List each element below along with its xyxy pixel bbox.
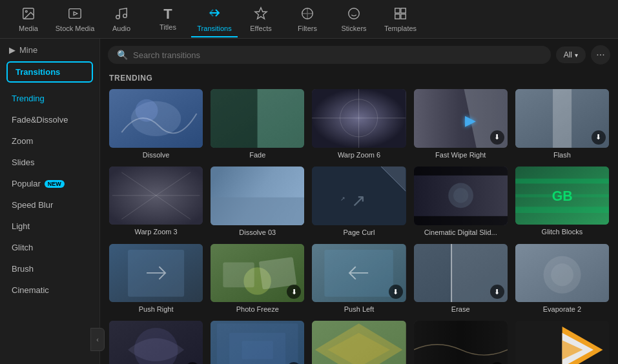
nav-item-effects[interactable]: Effects — [238, 1, 284, 37]
item-label: Dissolve — [109, 151, 203, 159]
thumb-pagecurl: ↗ ↗ — [312, 167, 406, 225]
more-options-button[interactable]: ··· — [591, 45, 610, 65]
item-label: Cinematic Digital Slid... — [414, 228, 508, 236]
chevron-down-icon: ▾ — [575, 52, 578, 59]
list-item[interactable]: ⬇ ▶ Fast Wipe Right — [414, 89, 508, 159]
list-item[interactable]: Dissolve 03 — [211, 167, 304, 236]
list-item[interactable]: ⬇ Fade Single Track — [414, 321, 508, 364]
download-button[interactable]: ⬇ — [592, 130, 606, 145]
sidebar-item-label: Popular — [12, 179, 41, 188]
thumb-erase: ⬇ — [414, 244, 508, 303]
transitions-grid: Dissolve Fade — [109, 89, 609, 364]
thumb-photofreeze: ⬇ — [211, 244, 304, 303]
sidebar-item-label: Fade&Dissolve — [12, 115, 68, 125]
stock-icon — [68, 6, 82, 23]
media-icon — [21, 6, 36, 23]
nav-label-audio: Audio — [112, 25, 130, 32]
titles-icon: T — [163, 7, 172, 21]
thumb-boxturn — [312, 321, 406, 364]
sidebar-collapse-button[interactable]: ‹ — [90, 328, 105, 351]
svg-point-1 — [25, 10, 27, 12]
svg-rect-38 — [414, 216, 508, 225]
list-item[interactable]: ⬇ Flash — [515, 89, 609, 159]
sidebar-item-trending[interactable]: Trending — [0, 88, 99, 109]
item-label: Push Right — [109, 305, 203, 313]
list-item[interactable]: Warp Zoom 3 — [109, 167, 203, 236]
chevron-right-icon: ▶ — [9, 45, 15, 55]
svg-point-59 — [551, 263, 573, 286]
svg-rect-13 — [401, 14, 406, 18]
nav-item-transitions[interactable]: Transitions — [191, 1, 238, 37]
list-item[interactable]: Push Right — [109, 244, 203, 314]
sidebar-item-label: Trending — [12, 94, 45, 103]
list-item[interactable]: ⬇ Fast Zoom — [211, 321, 304, 364]
list-item[interactable]: Cinematic Digital Slid... — [414, 167, 508, 236]
thumb-evaporate — [515, 244, 609, 303]
list-item[interactable]: Evaporate 2 — [515, 244, 609, 314]
download-button[interactable]: ⬇ — [490, 130, 504, 145]
item-label: Evaporate 2 — [515, 305, 609, 313]
svg-rect-11 — [395, 8, 400, 12]
new-badge: NEW — [45, 180, 65, 188]
nav-item-audio[interactable]: Audio — [98, 1, 145, 37]
sidebar-item-fade-dissolve[interactable]: Fade&Dissolve — [0, 109, 99, 130]
nav-item-stock[interactable]: Stock Media — [52, 1, 98, 37]
list-item[interactable]: Fade — [211, 89, 304, 159]
svg-rect-50 — [223, 262, 254, 287]
thumb-linear14 — [515, 321, 609, 364]
list-item[interactable]: ↗ ↗ Page Curl — [312, 167, 406, 236]
thumb-fastzoom: ⬇ — [211, 321, 304, 364]
body-area: ▶ Mine Transitions Trending Fade&Dissolv… — [0, 39, 618, 364]
item-label: Page Curl — [312, 228, 406, 236]
list-item[interactable]: ⬇ Push Left — [312, 244, 406, 314]
sidebar-item-label: Slides — [12, 157, 34, 167]
sidebar-item-zoom[interactable]: Zoom — [0, 130, 99, 152]
list-item[interactable]: ⬇ Erase — [414, 244, 508, 314]
sidebar-item-cinematic[interactable]: Cinematic — [0, 279, 99, 301]
sidebar-item-label: Glitch — [12, 243, 33, 252]
main-content: 🔍 All ▾ ··· TRENDING — [100, 39, 618, 364]
item-label: Fade — [211, 151, 304, 159]
list-item[interactable]: Box Turn 1 — [312, 321, 406, 364]
list-item[interactable]: Dissolve — [109, 89, 203, 159]
sidebar-item-light[interactable]: Light — [0, 216, 99, 237]
list-item[interactable]: ⬇ Blur Dissolve 1 — [109, 321, 203, 364]
nav-item-media[interactable]: Media — [5, 1, 52, 37]
audio-icon — [114, 6, 129, 23]
svg-rect-31 — [211, 197, 304, 225]
nav-label-titles: Titles — [160, 23, 176, 31]
transitions-category-button[interactable]: Transitions — [6, 61, 93, 83]
svg-rect-20 — [258, 89, 305, 148]
download-button[interactable]: ⬇ — [389, 285, 403, 299]
sidebar-item-glitch[interactable]: Glitch — [0, 237, 99, 258]
search-input[interactable] — [133, 50, 542, 60]
list-item[interactable]: ⬇ Photo Freeze — [211, 244, 304, 314]
sidebar-item-brush[interactable]: Brush — [0, 258, 99, 279]
filter-dropdown[interactable]: All ▾ — [556, 46, 586, 63]
nav-item-filters[interactable]: Filters — [284, 1, 331, 37]
item-label: Photo Freeze — [211, 305, 304, 313]
sidebar-item-label: Brush — [12, 264, 34, 274]
sidebar-item-label: Zoom — [12, 136, 33, 146]
thumb-pushright — [109, 244, 203, 303]
svg-rect-42 — [515, 178, 609, 183]
svg-point-8 — [349, 8, 360, 19]
sidebar-item-label: Light — [12, 221, 30, 231]
nav-item-titles[interactable]: T Titles — [145, 1, 191, 37]
sidebar-item-slides[interactable]: Slides — [0, 152, 99, 173]
sidebar-mine[interactable]: ▶ Mine — [0, 39, 99, 61]
sidebar-item-popular[interactable]: Popular NEW — [0, 173, 99, 194]
list-item[interactable]: GB Glitch Blocks — [515, 167, 609, 236]
sidebar-item-label: Speed Blur — [12, 200, 53, 210]
nav-item-templates[interactable]: Templates — [377, 1, 424, 37]
nav-label-stickers: Stickers — [341, 25, 366, 32]
nav-item-stickers[interactable]: Stickers — [331, 1, 377, 37]
search-input-wrap[interactable]: 🔍 — [108, 46, 551, 64]
list-item[interactable]: Linear 14 — [515, 321, 609, 364]
svg-marker-6 — [255, 7, 267, 18]
item-label: Push Left — [312, 305, 406, 313]
list-item[interactable]: Warp Zoom 6 — [312, 89, 406, 159]
download-button[interactable]: ⬇ — [490, 285, 504, 299]
thumb-blurdissolve: ⬇ — [109, 321, 203, 364]
sidebar-item-speed-blur[interactable]: Speed Blur — [0, 194, 99, 216]
